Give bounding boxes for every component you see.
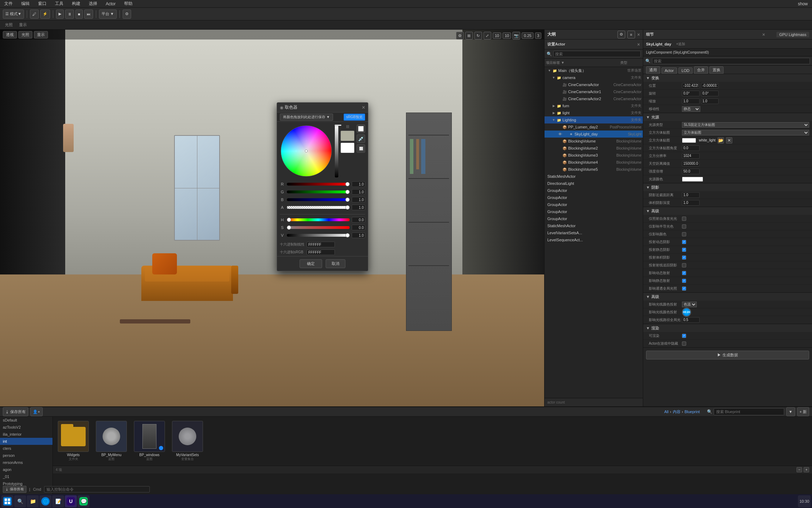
- sidebar-aztools[interactable]: azToolsV2: [0, 424, 53, 431]
- viewport[interactable]: 透视 光照 显示 ⚙ ⊞ ↻ ⤢ 10 10 📷 0.25 3: [0, 30, 544, 406]
- console-input[interactable]: [44, 486, 150, 492]
- position-y[interactable]: [701, 83, 719, 89]
- grid-size-btn[interactable]: 10: [493, 32, 501, 39]
- save-all-btn[interactable]: ⭳ 保存所有: [3, 407, 28, 416]
- slider-h-input[interactable]: [352, 217, 365, 223]
- tree-item-dirlight[interactable]: DirectionalLight: [545, 180, 643, 187]
- taskbar-file-mgr[interactable]: 📁: [27, 495, 39, 507]
- slider-s-input[interactable]: [352, 225, 365, 230]
- cp-ok-btn[interactable]: 确定: [300, 259, 322, 268]
- cast-dynamic-checkbox[interactable]: [682, 240, 686, 244]
- rot-size-btn[interactable]: 10: [503, 32, 511, 39]
- menu-help[interactable]: 帮助: [123, 1, 134, 7]
- content-search-input[interactable]: [714, 408, 784, 415]
- cp-brightness-bar[interactable]: [335, 125, 338, 177]
- sidebar-cters[interactable]: cters: [0, 445, 53, 452]
- tab-actor[interactable]: Actor: [662, 67, 677, 74]
- cp-hex-srgb-input[interactable]: [307, 249, 335, 255]
- tree-item-furn[interactable]: ▶ 📁 furn 文件夹: [545, 102, 643, 109]
- gpu-lightmass-tab[interactable]: GPU Lightmass: [776, 32, 809, 37]
- intensity-mul-input[interactable]: [682, 169, 700, 174]
- slider-h[interactable]: [287, 218, 350, 221]
- tree-item-lseq[interactable]: LevelSequenceAct...: [545, 236, 643, 243]
- tree-item-group4[interactable]: GroupActor: [545, 208, 643, 215]
- taskbar-chat[interactable]: 💬: [78, 495, 90, 507]
- slider-v[interactable]: [287, 234, 350, 237]
- skip-button[interactable]: ⏭: [84, 10, 93, 19]
- sidebar-int[interactable]: int: [0, 438, 53, 445]
- cb-item-windows[interactable]: BP_windows 蓝图: [132, 419, 167, 463]
- menu-file[interactable]: 文件: [3, 1, 14, 7]
- cp-white-swatch[interactable]: [357, 125, 365, 133]
- screen-pct-btn[interactable]: 3: [535, 32, 541, 39]
- light-header[interactable]: ▼ 光源: [643, 113, 812, 121]
- can-render-checkbox[interactable]: [682, 334, 686, 338]
- cb-item-variants[interactable]: MyVariantSets 变量集合: [170, 419, 205, 463]
- menu-window[interactable]: 窗口: [37, 1, 48, 7]
- slider-a[interactable]: [287, 206, 350, 209]
- menu-edit[interactable]: 编辑: [20, 1, 31, 7]
- play-button[interactable]: ▶: [56, 10, 64, 19]
- tree-item-cine1[interactable]: 🎥 CineCameraActor CineCameraActor: [545, 81, 643, 88]
- lp-header[interactable]: ▼ 高级: [643, 293, 812, 301]
- visibility-icon[interactable]: 👁: [557, 131, 563, 137]
- cubemap-clear-btn[interactable]: ✕: [726, 137, 732, 144]
- cp-srgb-btn[interactable]: sRGB预览: [344, 114, 365, 121]
- cp-dropper2-btn[interactable]: 🔲: [357, 144, 365, 153]
- filter-btn[interactable]: ▼: [786, 407, 795, 416]
- sidebar-personarms[interactable]: rersonArms: [0, 459, 53, 466]
- snap-grid-icon[interactable]: ⊞: [465, 32, 473, 40]
- scale-x[interactable]: [682, 98, 700, 104]
- affect-half-checkbox[interactable]: [682, 224, 686, 229]
- bc-blueprint[interactable]: Blueprint: [684, 410, 700, 414]
- taskbar-ue[interactable]: U: [65, 495, 77, 507]
- edit-button[interactable]: 🖊: [30, 10, 39, 19]
- color-temp-btn[interactable]: 00:20: [682, 308, 691, 317]
- bc-all[interactable]: All: [664, 410, 669, 414]
- outliner-close[interactable]: ×: [637, 32, 640, 37]
- actor-settings-close[interactable]: ×: [637, 42, 640, 47]
- tree-item-camera[interactable]: ▼ 📁 camera 文件夹: [545, 74, 643, 81]
- tree-item-group3[interactable]: GroupActor: [545, 201, 643, 208]
- cp-close-btn[interactable]: ×: [362, 104, 365, 111]
- menu-tools[interactable]: 工具: [54, 1, 65, 7]
- slider-r[interactable]: [287, 183, 350, 186]
- camera-speed-icon[interactable]: ⚙: [456, 32, 464, 40]
- cast-vol-checkbox[interactable]: [682, 255, 686, 260]
- rotation-snap-icon[interactable]: ↻: [474, 32, 482, 40]
- sidebar-sdefault[interactable]: sDefault: [0, 417, 53, 424]
- pause-button[interactable]: ⏸: [65, 10, 74, 19]
- details-search-input[interactable]: [652, 58, 810, 64]
- tree-item-lvsets[interactable]: LevelVariantSetsA...: [545, 229, 643, 236]
- menu-actor[interactable]: Actor: [104, 1, 117, 6]
- cast-rt-checkbox[interactable]: [682, 263, 686, 267]
- slider-r-input[interactable]: [352, 181, 365, 187]
- settings-button[interactable]: ⚙: [123, 10, 131, 19]
- tree-item-light[interactable]: ▶ 📁 light 文件夹: [545, 109, 643, 116]
- sidebar-ilia[interactable]: ilia_interior: [0, 431, 53, 438]
- cp-save-btn[interactable]: 将颜色拖放到此处进行保存 ▼: [280, 114, 333, 121]
- tree-item-static1[interactable]: StaticMeshActor: [545, 173, 643, 180]
- tree-item-lighting[interactable]: ▼ 📁 Lighting 文件夹: [545, 116, 643, 123]
- tree-item-bv2[interactable]: 📦 BlockingVolume2 BlockingVolume: [545, 145, 643, 152]
- menu-build[interactable]: 构建: [70, 1, 82, 7]
- slider-g[interactable]: [287, 190, 350, 193]
- cp-wheel-wrapper[interactable]: [280, 125, 333, 177]
- position-x[interactable]: [682, 83, 700, 89]
- taskbar-browser[interactable]: 🌐: [39, 495, 51, 507]
- content-add-btn[interactable]: 👤+: [30, 407, 42, 416]
- tree-item-pp[interactable]: 📦 PP_Lumen_day2 PostProcessVolume: [545, 123, 643, 131]
- slider-v-input[interactable]: [352, 232, 365, 238]
- cast-static-checkbox[interactable]: [682, 248, 686, 252]
- shadow-near-input[interactable]: [682, 192, 700, 198]
- mobility-select[interactable]: 静态 固定 可移动: [682, 106, 700, 112]
- outliner-more-icon[interactable]: ≡: [627, 31, 635, 38]
- camera-icon[interactable]: 📷: [512, 32, 520, 40]
- taskbar-start[interactable]: [1, 495, 13, 507]
- generate-btn[interactable]: ▶ 生成数据: [646, 351, 809, 359]
- affect-self-checkbox[interactable]: [682, 217, 686, 221]
- cb-zoom-out[interactable]: −: [796, 467, 802, 472]
- cubemap-angle-input[interactable]: [682, 145, 700, 151]
- sidebar-person[interactable]: person: [0, 452, 53, 459]
- view-show-btn[interactable]: 显示: [17, 22, 29, 28]
